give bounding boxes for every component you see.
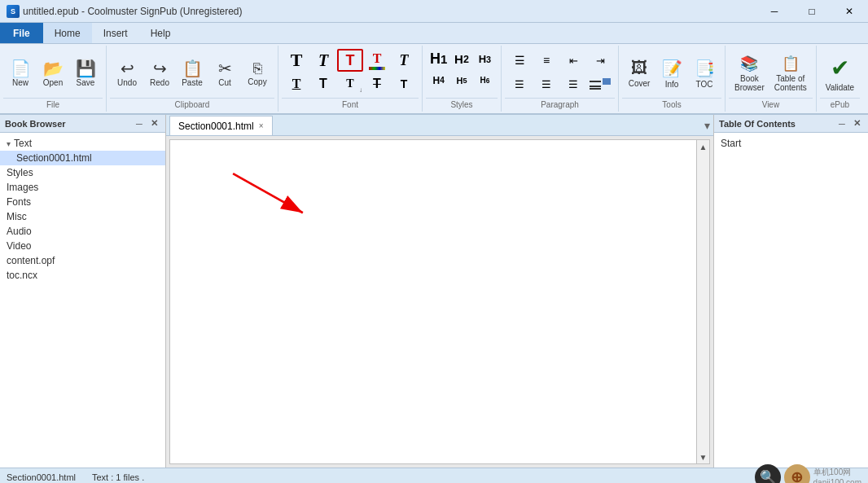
tab-scroll-button[interactable]: ▾: [701, 119, 713, 132]
font-t1-button[interactable]: T: [283, 49, 309, 72]
epub-group-label: ePub: [820, 98, 860, 112]
tree-item-audio[interactable]: Audio: [0, 224, 165, 239]
tree-item-section0001[interactable]: Section0001.html: [0, 151, 165, 165]
save-button[interactable]: 💾 Save: [70, 49, 101, 98]
h6-button[interactable]: H6: [474, 70, 496, 90]
tree-item-styles[interactable]: Styles: [0, 165, 165, 180]
scroll-up-arrow[interactable]: ▲: [697, 140, 710, 153]
h5-button[interactable]: H5: [450, 70, 472, 90]
toc-panel: Table Of Contents ─ ✕ Start: [713, 115, 868, 468]
font-t3-button[interactable]: T: [337, 49, 363, 72]
clipboard-group: ↩ Undo ↪ Redo 📋 Paste ✂ Cut ⎘ Copy Clipb…: [107, 46, 278, 112]
font-t10-button[interactable]: T: [391, 72, 417, 95]
minimize-button[interactable]: ─: [756, 0, 793, 23]
align-right-button[interactable]: ☰: [560, 72, 586, 95]
tree-item-fonts[interactable]: Fonts: [0, 195, 165, 209]
editor-tab-close[interactable]: ×: [259, 121, 264, 130]
align-center-button[interactable]: ☰: [533, 72, 559, 95]
font-t5-button[interactable]: T: [391, 49, 417, 72]
tree-item-content-opf[interactable]: content.opf: [0, 253, 165, 268]
editor-content[interactable]: ▲ ▼: [169, 139, 710, 464]
expand-icon: ▾: [7, 139, 11, 148]
statusbar: Section0001.html Text : 1 files . 🔍 ⊕ 单机…: [0, 468, 868, 483]
indent-decrease-button[interactable]: ⇤: [560, 49, 586, 72]
paragraph-group-label: Paragraph: [505, 98, 615, 112]
undo-icon: ↩: [121, 60, 134, 77]
align-left-button[interactable]: ☰: [506, 72, 533, 95]
toc-close-button[interactable]: ✕: [850, 117, 863, 130]
table-contents-button[interactable]: 📋 Table ofContents: [770, 49, 811, 98]
copy-button[interactable]: ⎘ Copy: [242, 49, 273, 98]
undo-label: Undo: [117, 78, 137, 87]
new-button[interactable]: 📄 New: [5, 49, 36, 98]
editor-vertical-scrollbar[interactable]: ▲ ▼: [696, 140, 709, 463]
menu-file[interactable]: File: [0, 23, 43, 43]
menu-home[interactable]: Home: [43, 23, 92, 43]
font-t2-button[interactable]: T: [310, 49, 336, 72]
tree-item-text[interactable]: ▾ Text: [0, 136, 165, 151]
tree-item-toc-ncx[interactable]: toc.ncx: [0, 268, 165, 283]
font-color-button[interactable]: T: [364, 49, 390, 72]
book-browser-icon: 📚: [740, 55, 758, 72]
h2-button[interactable]: H2: [450, 49, 472, 69]
font-t8-button[interactable]: T↓: [337, 72, 363, 95]
toc-item-start[interactable]: Start: [714, 136, 868, 151]
copy-icon: ⎘: [253, 61, 262, 76]
clipboard-group-content: ↩ Undo ↪ Redo 📋 Paste ✂ Cut ⎘ Copy: [110, 47, 274, 98]
tree-item-text-label: Text: [14, 138, 32, 149]
font-t7-button[interactable]: T: [310, 72, 336, 95]
open-button[interactable]: 📂 Open: [37, 49, 68, 98]
book-browser-button[interactable]: 📚 BookBrowser: [730, 49, 769, 98]
editor-area: Section0001.html × ▾ ▲ ▼: [166, 115, 713, 468]
book-browser-tree: ▾ Text Section0001.html Styles Images Fo…: [0, 133, 165, 468]
scroll-down-arrow[interactable]: ▼: [697, 450, 710, 463]
new-label: New: [12, 78, 28, 87]
menu-help-label: Help: [151, 28, 171, 39]
info-button[interactable]: 📝 Info: [656, 49, 687, 98]
h1-button[interactable]: H1: [427, 49, 449, 69]
list-ordered-button[interactable]: ≡: [533, 49, 559, 72]
editor-tab[interactable]: Section0001.html ×: [169, 116, 273, 135]
copy-label: Copy: [248, 77, 266, 86]
validate-button[interactable]: ✔ Validate: [822, 49, 858, 98]
menu-help[interactable]: Help: [139, 23, 182, 43]
tree-item-video[interactable]: Video: [0, 239, 165, 253]
annotation-arrow: [215, 160, 321, 222]
undo-button[interactable]: ↩ Undo: [112, 49, 142, 98]
editor-tab-label: Section0001.html: [178, 121, 254, 132]
h4-button[interactable]: H4: [427, 70, 449, 90]
font-t6-button[interactable]: T: [283, 72, 309, 95]
align-justify-button[interactable]: [587, 72, 613, 95]
toc-minimize-button[interactable]: ─: [835, 117, 848, 130]
list-unordered-button[interactable]: ☰: [506, 49, 533, 72]
zoom-icon: 🔍: [755, 464, 781, 484]
tree-item-misc[interactable]: Misc: [0, 209, 165, 224]
watermark-text: 单机100网danji100.com: [813, 467, 861, 483]
h3-button[interactable]: H3: [474, 49, 496, 69]
toc-button[interactable]: 📑 TOC: [689, 49, 720, 98]
view-group-content: 📚 BookBrowser 📋 Table ofContents: [729, 47, 813, 98]
cover-button[interactable]: 🖼 Cover: [624, 49, 655, 98]
close-button[interactable]: ✕: [831, 0, 868, 23]
redo-button[interactable]: ↪ Redo: [144, 49, 175, 98]
book-browser-close-button[interactable]: ✕: [147, 117, 160, 130]
tree-item-section0001-label: Section0001.html: [16, 152, 92, 164]
indent-increase-button[interactable]: ⇥: [587, 49, 613, 72]
maximize-button[interactable]: □: [793, 0, 831, 23]
font-group: T T T T T T T T↓ T T Font: [278, 46, 423, 112]
status-text: Text : 1 files .: [92, 472, 144, 482]
menubar: File Home Insert Help: [0, 23, 868, 44]
scroll-track[interactable]: [697, 153, 709, 450]
redo-label: Redo: [150, 78, 169, 87]
tree-item-images[interactable]: Images: [0, 180, 165, 195]
clipboard-group-label: Clipboard: [110, 98, 274, 112]
toc-tree: Start: [714, 133, 868, 468]
menu-file-label: File: [13, 28, 30, 39]
cut-button[interactable]: ✂ Cut: [209, 49, 240, 98]
tools-group: 🖼 Cover 📝 Info 📑 TOC Tools: [619, 46, 726, 112]
book-browser-minimize-button[interactable]: ─: [133, 117, 146, 130]
font-t9-button[interactable]: T: [364, 72, 390, 95]
paste-button[interactable]: 📋 Paste: [177, 49, 208, 98]
view-group-label: View: [729, 98, 813, 112]
menu-insert[interactable]: Insert: [92, 23, 139, 43]
